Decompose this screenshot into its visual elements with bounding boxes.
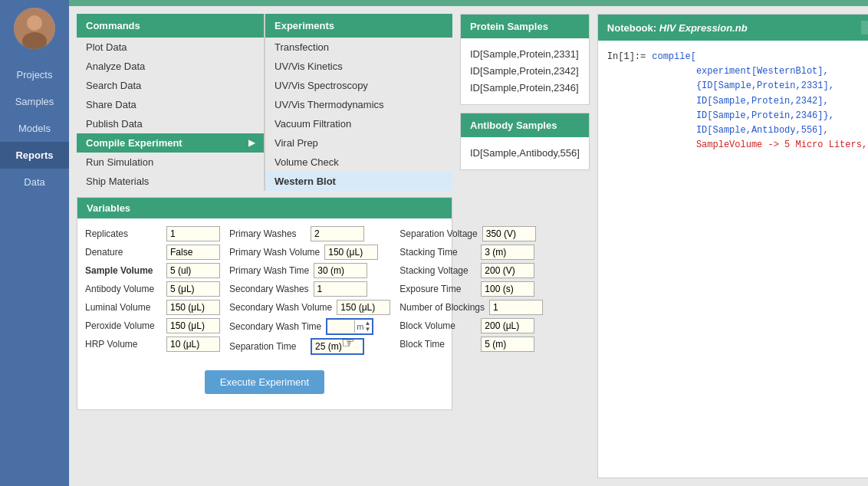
nb-line-3: {ID[Sample,Protein,2331], — [652, 79, 867, 94]
sidebar: Projects Samples Models Reports Data — [0, 0, 69, 486]
main-content: Commands Plot Data Analyze Data Search D… — [69, 0, 868, 486]
menu-item-search-data[interactable]: Search Data — [77, 76, 264, 95]
left-panel: Commands Plot Data Analyze Data Search D… — [77, 14, 452, 478]
experiments-column: Experiments Transfection UV/Vis Kinetics… — [265, 14, 452, 191]
top-bar — [69, 0, 868, 6]
var-input-sample-volume[interactable] — [166, 263, 220, 278]
protein-sample-2: ID[Sample,Protein,2342] — [470, 63, 580, 80]
protein-samples-content: ID[Sample,Protein,2331] ID[Sample,Protei… — [461, 38, 589, 104]
var-input-secondary-washes[interactable] — [314, 281, 367, 297]
antibody-samples-header: Antibody Samples — [461, 113, 589, 137]
sidebar-item-samples[interactable]: Samples — [0, 88, 69, 115]
var-input-separation-time[interactable] — [311, 338, 364, 355]
notebook-header: Notebook: HIV Expression.nb » — [598, 15, 868, 41]
variables-col1: Replicates Denature Sample Volume A — [82, 225, 223, 356]
notebook-panel: Notebook: HIV Expression.nb » In[1]:= co… — [597, 14, 868, 478]
var-row-replicates: Replicates — [82, 225, 223, 243]
var-row-sample-volume: Sample Volume — [82, 261, 223, 280]
var-input-peroxide-volume[interactable] — [166, 318, 220, 333]
variables-col2: Primary Washes Primary Wash Volume Prima… — [226, 225, 393, 356]
var-row-denature: Denature — [82, 243, 223, 261]
menu-item-volume-check[interactable]: Volume Check — [265, 153, 452, 172]
variables-section: Variables Replicates Denature — [77, 197, 452, 410]
var-row-hrp-volume: HRP Volume — [82, 335, 223, 353]
menu-item-uv-kinetics[interactable]: UV/Vis Kinetics — [265, 57, 452, 76]
var-row-secondary-washes: Secondary Washes — [226, 280, 393, 298]
menu-item-vacuum-filtration[interactable]: Vacuum Filtration — [265, 114, 452, 133]
nb-line-7: SampleVolume -> 5 Micro Liters, — [652, 138, 867, 153]
spinner-input[interactable] — [327, 320, 354, 333]
var-label-secondary-wash-volume: Secondary Wash Volume — [229, 302, 332, 313]
commands-header: Commands — [77, 14, 264, 38]
nb-line-2: experiment[WesternBlot], — [652, 64, 867, 79]
var-label-secondary-washes: Secondary Washes — [229, 284, 309, 294]
spinner-box: m ▲ ▼ — [326, 318, 373, 335]
protein-samples-box: Protein Samples ID[Sample,Protein,2331] … — [460, 14, 590, 105]
notebook-cell: In[1]:= compile[ experiment[WesternBlot]… — [607, 50, 868, 153]
menu-item-western-blot[interactable]: Western Blot — [265, 172, 452, 191]
var-label-sample-volume: Sample Volume — [85, 265, 162, 276]
menu-item-viral-prep[interactable]: Viral Prep — [265, 133, 452, 153]
var-input-primary-washes[interactable] — [311, 226, 364, 241]
spinner-tooltip: m ▲ ▼ ☞ — [326, 318, 373, 335]
notebook-collapse-button[interactable]: » — [861, 21, 868, 34]
antibody-samples-box: Antibody Samples ID[Sample,Antibody,556] — [460, 113, 590, 170]
var-label-primary-wash-volume: Primary Wash Volume — [229, 247, 320, 258]
var-input-secondary-wash-volume[interactable] — [337, 300, 390, 315]
var-input-denature[interactable] — [166, 245, 220, 260]
var-label-separation-time: Separation Time — [229, 341, 306, 352]
var-input-primary-wash-time[interactable] — [314, 263, 367, 278]
nb-line-5: ID[Sample,Protein,2346]}, — [652, 109, 867, 123]
sidebar-item-data[interactable]: Data — [0, 169, 69, 195]
var-label-secondary-wash-time: Secondary Wash Time — [229, 321, 321, 332]
svg-point-1 — [27, 15, 42, 31]
variables-body: Replicates Denature Sample Volume A — [77, 218, 452, 363]
execute-button[interactable]: Execute Experiment — [205, 370, 324, 394]
var-input-replicates[interactable] — [166, 226, 220, 241]
var-label-primary-wash-time: Primary Wash Time — [229, 265, 309, 276]
notebook-content: In[1]:= compile[ experiment[WesternBlot]… — [598, 41, 868, 478]
var-label-luminal-volume: Luminal Volume — [85, 302, 162, 313]
var-row-peroxide-volume: Peroxide Volume — [82, 317, 223, 335]
menu-item-ship-materials[interactable]: Ship Materials — [77, 172, 264, 191]
menu-item-analyze-data[interactable]: Analyze Data — [77, 57, 264, 76]
var-row-separation-time: Separation Time — [226, 337, 393, 356]
protein-sample-3: ID[Sample,Protein,2346] — [470, 80, 580, 97]
sidebar-item-reports[interactable]: Reports — [0, 142, 69, 169]
notebook-prompt: In[1]:= — [607, 50, 646, 153]
var-label-replicates: Replicates — [85, 228, 162, 239]
var-label-peroxide-volume: Peroxide Volume — [85, 320, 162, 331]
menu-item-transfection[interactable]: Transfection — [265, 38, 452, 57]
var-input-antibody-volume[interactable] — [166, 281, 220, 297]
cursor-icon: ☞ — [341, 333, 355, 352]
var-row-secondary-wash-volume: Secondary Wash Volume — [226, 298, 393, 317]
menu-item-share-data[interactable]: Share Data — [77, 95, 264, 114]
protein-samples-header: Protein Samples — [461, 15, 589, 38]
menu-item-plot-data[interactable]: Plot Data — [77, 38, 264, 57]
protein-sample-1: ID[Sample,Protein,2331] — [470, 46, 580, 63]
var-input-primary-wash-volume[interactable] — [324, 245, 378, 260]
nb-line-6: ID[Sample,Antibody,556], — [652, 123, 867, 138]
menu-item-uv-thermodynamics[interactable]: UV/Vis Thermodynamics — [265, 95, 452, 114]
menu-item-uv-spectroscopy[interactable]: UV/Vis Spectroscopy — [265, 76, 452, 95]
samples-area: Protein Samples ID[Sample,Protein,2331] … — [460, 14, 590, 478]
var-row-primary-wash-time: Primary Wash Time — [226, 261, 393, 280]
menu-item-compile-experiment[interactable]: Compile Experiment ▶ — [77, 133, 264, 153]
commands-column: Commands Plot Data Analyze Data Search D… — [77, 14, 264, 191]
variables-header: Variables — [77, 198, 452, 218]
var-label-denature: Denature — [85, 247, 162, 258]
var-label-hrp-volume: HRP Volume — [85, 339, 162, 350]
var-input-hrp-volume[interactable] — [166, 337, 220, 352]
notebook-code: compile[ experiment[WesternBlot], {ID[Sa… — [652, 50, 867, 153]
menu-item-publish-data[interactable]: Publish Data — [77, 114, 264, 133]
sidebar-nav: Projects Samples Models Reports Data — [0, 61, 69, 195]
var-label-antibody-volume: Antibody Volume — [85, 284, 162, 294]
nb-line-4: ID[Sample,Protein,2342], — [652, 94, 867, 109]
spinner-arrows[interactable]: ▲ ▼ — [364, 320, 370, 333]
sidebar-item-projects[interactable]: Projects — [0, 61, 69, 88]
var-label-primary-washes: Primary Washes — [229, 228, 306, 239]
menu-item-run-simulation[interactable]: Run Simulation — [77, 153, 264, 172]
sidebar-item-models[interactable]: Models — [0, 115, 69, 142]
nb-line-1: compile[ — [652, 50, 867, 64]
var-input-luminal-volume[interactable] — [166, 300, 220, 315]
